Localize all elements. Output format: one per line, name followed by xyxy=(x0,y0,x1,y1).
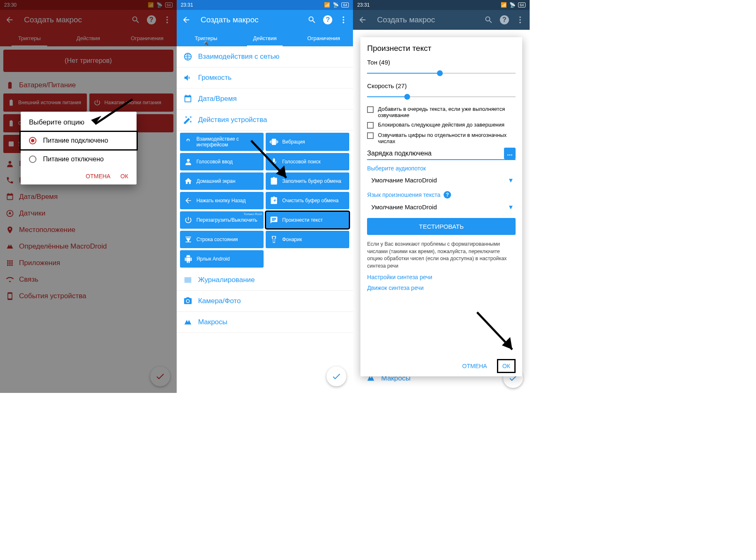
speed-label: Скорость (27) xyxy=(367,82,516,89)
time: 23:31 xyxy=(181,2,193,8)
search-icon[interactable] xyxy=(484,15,493,24)
svg-point-10 xyxy=(187,159,190,162)
battery-icon: 64 xyxy=(518,2,526,7)
test-button[interactable]: ТЕСТИРОВАТЬ xyxy=(367,218,516,235)
content-area: Взаимодействия с сетью Громкость Дата/Вр… xyxy=(177,46,353,393)
phone-2: 23:31 📶 📡 64 Создать макрос ? Триггеры🔌 … xyxy=(177,0,353,393)
checkbox-queue[interactable]: Добавить в очередь текста, если уже выпо… xyxy=(367,106,516,118)
back-icon[interactable] xyxy=(182,15,191,24)
more-icon[interactable] xyxy=(339,15,348,24)
category-logging[interactable]: Журналирование xyxy=(177,270,353,291)
speak-text-input[interactable] xyxy=(367,148,501,159)
search-icon[interactable] xyxy=(307,15,317,24)
tile-clear-clipboard[interactable]: Очистить буфер обмена xyxy=(266,192,349,209)
tile-fill-clipboard[interactable]: Заполнить буфер обмена xyxy=(266,172,349,190)
statusbar: 23:31 📶 📡 64 xyxy=(177,0,353,10)
language-dropdown[interactable]: Умолчание MacroDroid▼ xyxy=(367,201,516,213)
checkbox-digits[interactable]: Озвучивать цифры по отдельности в многоз… xyxy=(367,132,516,144)
wifi-icon: 📡 xyxy=(509,2,516,8)
audio-stream-label: Выберите аудиопоток xyxy=(367,165,516,172)
radio-icon xyxy=(29,156,36,163)
help-icon[interactable]: ? xyxy=(444,191,451,199)
tile-android-shortcut[interactable]: Ярлык Android xyxy=(180,250,264,268)
dialog-title: Выберите опцию xyxy=(21,118,137,131)
more-icon[interactable] xyxy=(516,15,525,24)
fab-confirm[interactable] xyxy=(326,366,346,386)
caret-down-icon: ▼ xyxy=(508,177,514,184)
appbar: Создать макрос ? xyxy=(353,10,530,30)
ok-button[interactable]: ОК xyxy=(120,173,128,179)
tile-voice-search[interactable]: Голосовой поиск xyxy=(266,153,349,170)
radio-icon xyxy=(29,137,36,144)
tile-back-button[interactable]: Нажать кнопку Назад xyxy=(180,192,264,209)
radio-power-disconnected[interactable]: Питание отключено xyxy=(21,151,137,168)
dim-overlay[interactable] xyxy=(0,0,177,393)
time: 23:31 xyxy=(357,2,370,8)
tab-constraints[interactable]: Ограничения xyxy=(294,30,353,46)
tab-triggers[interactable]: Триггеры🔌 xyxy=(177,30,235,46)
tile-reboot[interactable]: Только RootПерезагрузить/Выключить xyxy=(180,211,264,229)
wifi-icon: 📡 xyxy=(333,2,339,8)
help-icon[interactable]: ? xyxy=(323,15,332,24)
signal-icon: 📶 xyxy=(501,2,507,8)
radio-power-connected[interactable]: Питание подключено xyxy=(19,131,138,151)
category-device-actions[interactable]: Действия устройства xyxy=(177,110,353,131)
tile-home[interactable]: Домашний экран xyxy=(180,172,264,190)
plug-icon: 🔌 xyxy=(204,41,209,45)
ok-button[interactable]: ОК xyxy=(497,359,516,373)
language-label: Язык произношения текста? xyxy=(367,191,516,199)
audio-stream-dropdown[interactable]: Умолчание MacroDroid▼ xyxy=(367,174,516,186)
tile-statusbar[interactable]: Строка состояния xyxy=(180,231,264,248)
category-macros[interactable]: Макросы xyxy=(177,312,353,333)
svg-point-11 xyxy=(187,300,189,302)
tile-torch[interactable]: Фонарик xyxy=(266,231,349,248)
tabs: Триггеры🔌 Действия Ограничения xyxy=(177,30,353,46)
tile-speak-text[interactable]: Произнести текст xyxy=(266,211,349,229)
text-input-row: ... xyxy=(367,148,516,160)
dialog-speak-text: Произнести текст Тон (49) Скорость (27) … xyxy=(360,37,522,376)
statusbar: 23:31 📶 📡 64 xyxy=(353,0,530,10)
help-text: Если у Вас возникают проблемы с форматир… xyxy=(367,241,516,270)
help-icon[interactable]: ? xyxy=(500,15,509,24)
caret-down-icon: ▼ xyxy=(508,203,514,211)
appbar: Создать макрос ? xyxy=(177,10,353,30)
appbar-title: Создать макрос xyxy=(377,15,478,24)
category-camera[interactable]: Камера/Фото xyxy=(177,291,353,312)
tab-actions[interactable]: Действия xyxy=(235,30,294,46)
more-button[interactable]: ... xyxy=(504,148,516,159)
category-datetime[interactable]: Дата/Время xyxy=(177,89,353,110)
phone-1: 23:30 📶 📡 64 Создать макрос ? Триггеры Д… xyxy=(0,0,177,393)
link-tts-engine[interactable]: Движок синтеза речи xyxy=(367,285,516,291)
link-tts-settings[interactable]: Настройки синтеза речи xyxy=(367,274,516,280)
battery-icon: 64 xyxy=(341,2,349,7)
speed-slider[interactable] xyxy=(367,92,516,102)
dialog-title: Произнести текст xyxy=(367,44,516,53)
signal-icon: 📶 xyxy=(324,2,330,8)
tile-voice-input[interactable]: Голосовой ввод xyxy=(180,153,264,170)
category-network[interactable]: Взаимодействия с сетью xyxy=(177,46,353,67)
checkbox-block[interactable]: Блокировать следующие действия до заверш… xyxy=(367,122,516,129)
dialog-select-option: Выберите опцию Питание подключено Питани… xyxy=(21,112,137,184)
back-icon[interactable] xyxy=(358,15,367,24)
tile-ui-interact[interactable]: Взаимодействие с интерфейсом xyxy=(180,133,264,151)
phone-3: 23:31 📶 📡 64 Создать макрос ? Макросы Пр… xyxy=(353,0,530,393)
tone-slider[interactable] xyxy=(367,68,516,78)
tile-vibration[interactable]: Вибрация xyxy=(266,133,349,151)
appbar-title: Создать макрос xyxy=(201,15,301,24)
cancel-button[interactable]: ОТМЕНА xyxy=(462,363,487,369)
tone-label: Тон (49) xyxy=(367,59,516,66)
category-volume[interactable]: Громкость xyxy=(177,67,353,89)
cancel-button[interactable]: ОТМЕНА xyxy=(86,173,110,179)
